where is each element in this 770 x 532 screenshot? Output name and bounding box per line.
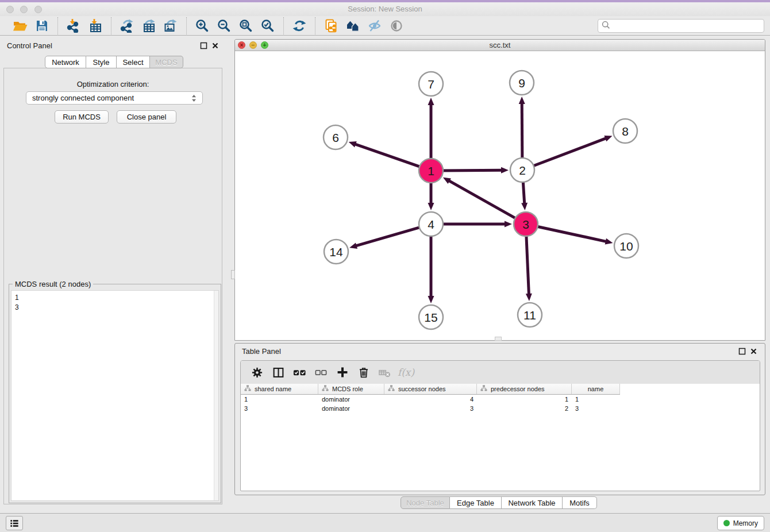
edge-arrow-1-7	[428, 98, 434, 105]
tab-mcds[interactable]: MCDS	[150, 56, 183, 68]
table-row[interactable]: 3dominator323	[241, 404, 620, 413]
network-window-titlebar[interactable]: × − + scc.txt	[235, 40, 765, 51]
tab-network[interactable]: Network	[45, 56, 86, 68]
column-settings-icon[interactable]	[247, 364, 268, 381]
close-panel-button[interactable]: Close panel	[117, 110, 176, 124]
toolbar-group	[186, 17, 283, 34]
select-all-icon[interactable]	[289, 364, 310, 381]
network-overview-icon[interactable]	[342, 17, 364, 34]
control-panel-close-icon[interactable]	[210, 41, 220, 50]
edge-2-9[interactable]	[522, 103, 522, 159]
export-image-icon[interactable]	[160, 17, 182, 34]
table-cell[interactable]: 3	[241, 404, 318, 413]
export-network-icon[interactable]	[116, 17, 138, 34]
edge-2-8[interactable]	[533, 138, 607, 166]
edge-3-1[interactable]	[448, 180, 516, 218]
column-header-predecessor-nodes[interactable]: predecessor nodes	[477, 384, 572, 394]
control-panel-float-icon[interactable]	[199, 41, 208, 50]
column-header-successor-nodes[interactable]: successor nodes	[384, 384, 477, 394]
table-cell[interactable]: dominator	[318, 395, 384, 404]
panel-splitter-handle[interactable]	[231, 270, 235, 279]
table-panel: Table Panel f(x) shared nameMCDS rolesuc…	[234, 343, 765, 495]
tab-network-table[interactable]: Network Table	[502, 496, 563, 509]
app-close-button[interactable]	[6, 6, 14, 13]
edge-2-3[interactable]	[523, 181, 525, 204]
node-table-card: f(x) shared nameMCDS rolesuccessor nodes…	[240, 360, 760, 491]
app-minimize-button[interactable]	[20, 6, 28, 13]
column-label: MCDS role	[332, 385, 363, 392]
table-panel-float-icon[interactable]	[737, 346, 746, 356]
column-header-shared-name[interactable]: shared name	[241, 384, 318, 394]
app-maximize-button[interactable]	[34, 6, 42, 13]
split-view-icon[interactable]	[268, 364, 289, 381]
edge-arrow-4-14	[349, 242, 357, 249]
network-minimize-icon[interactable]: −	[249, 41, 257, 49]
add-row-icon[interactable]	[332, 364, 353, 381]
app-titlebar: Session: New Session	[0, 2, 770, 16]
network-close-icon[interactable]: ×	[238, 41, 245, 49]
node-label-3: 3	[522, 218, 529, 231]
edge-arrow-3-10	[605, 238, 613, 245]
table-panel-close-icon[interactable]	[749, 346, 758, 356]
open-session-icon[interactable]	[9, 17, 31, 34]
tab-edge-table[interactable]: Edge Table	[450, 496, 502, 509]
table-cell[interactable]: 1	[477, 395, 572, 404]
table-cell[interactable]: 2	[477, 404, 572, 413]
memory-button[interactable]: Memory	[717, 516, 764, 530]
edge-arrow-2-9	[519, 97, 525, 104]
column-header-name[interactable]: name	[572, 384, 620, 394]
panel-splitter-handle[interactable]	[495, 337, 502, 341]
mcds-result-text: 1 3	[15, 293, 210, 498]
import-table-icon[interactable]	[84, 17, 106, 34]
apply-layout-icon[interactable]	[288, 17, 310, 34]
import-network-icon[interactable]	[63, 17, 84, 34]
search-input[interactable]	[613, 22, 760, 30]
node-label-9: 9	[518, 76, 525, 90]
node-label-7: 7	[428, 78, 434, 91]
run-mcds-button[interactable]: Run MCDS	[55, 110, 109, 124]
node-label-10: 10	[619, 240, 633, 253]
tab-style[interactable]: Style	[86, 56, 117, 68]
task-history-button[interactable]	[6, 516, 23, 530]
zoom-out-icon[interactable]	[213, 17, 235, 34]
tab-node-table[interactable]: Node Table	[401, 496, 450, 509]
delete-row-icon[interactable]	[353, 364, 374, 381]
table-cell[interactable]: 3	[384, 404, 477, 413]
hierarchy-icon	[388, 385, 395, 393]
control-panel: Control Panel NetworkStyleSelectMCDS Opt…	[0, 38, 226, 504]
tab-motifs[interactable]: Motifs	[563, 496, 597, 509]
zoom-fit-icon[interactable]	[235, 17, 257, 34]
search-box[interactable]	[598, 19, 764, 33]
select-stepper-icon	[191, 94, 197, 102]
duplicate-network-icon[interactable]	[320, 17, 342, 34]
zoom-in-icon[interactable]	[191, 17, 213, 34]
export-table-icon[interactable]	[138, 17, 160, 34]
table-cell[interactable]: 3	[572, 404, 620, 413]
edge-arrow-2-8	[604, 136, 612, 141]
network-maximize-icon[interactable]: +	[261, 41, 268, 49]
node-label-6: 6	[332, 131, 339, 144]
edge-3-10[interactable]	[537, 226, 607, 242]
criterion-select[interactable]: strongly connected component	[26, 91, 203, 105]
zoom-selected-icon[interactable]	[257, 17, 279, 34]
network-canvas[interactable]: 7968124314101511	[235, 51, 765, 340]
deselect-all-icon[interactable]	[310, 364, 332, 381]
save-session-icon[interactable]	[31, 17, 53, 34]
edge-3-11[interactable]	[526, 235, 529, 295]
mcds-result-area[interactable]: 1 3	[11, 290, 219, 501]
show-graphics-details-icon	[386, 17, 407, 34]
result-scrollbar[interactable]	[214, 291, 218, 500]
toolbar-group	[283, 17, 315, 34]
table-cell[interactable]: dominator	[318, 404, 384, 413]
table-cell[interactable]: 1	[572, 395, 620, 404]
edge-4-14[interactable]	[356, 227, 421, 246]
table-cell[interactable]: 1	[241, 395, 318, 404]
table-row[interactable]: 1dominator411	[241, 395, 620, 404]
table-cell[interactable]: 4	[384, 395, 477, 404]
node-label-14: 14	[329, 245, 343, 259]
edge-1-6[interactable]	[355, 144, 421, 167]
column-header-MCDS-role[interactable]: MCDS role	[318, 384, 384, 394]
tab-select[interactable]: Select	[117, 56, 150, 68]
hide-graphics-details-icon[interactable]	[364, 17, 386, 34]
edge-1-2[interactable]	[442, 170, 502, 171]
